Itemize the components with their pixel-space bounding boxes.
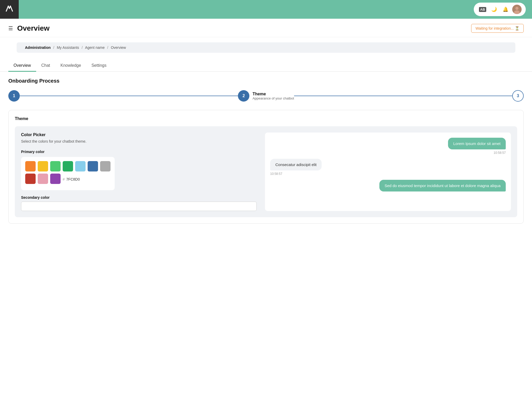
logo-icon bbox=[5, 4, 14, 15]
dark-mode-icon[interactable]: 🌙 bbox=[489, 5, 499, 14]
page-title: Overview bbox=[17, 24, 50, 32]
tab-settings[interactable]: Settings bbox=[86, 60, 112, 72]
waiting-badge-text: Waiting for integration... ⏳ bbox=[476, 26, 519, 30]
color-picker-left: Color Picker Select the colors for your … bbox=[21, 133, 257, 211]
secondary-color-input[interactable] bbox=[21, 202, 257, 211]
step-3-circle[interactable]: 3 bbox=[512, 90, 524, 102]
breadcrumb-my-assistants[interactable]: My Assistants bbox=[57, 45, 79, 50]
breadcrumb: Administration / My Assistants / Agent n… bbox=[17, 42, 515, 53]
tabs-row: Overview Chat Knowledge Settings bbox=[0, 60, 532, 72]
secondary-color-label: Secondary color bbox=[21, 195, 257, 200]
top-navigation: AB 🌙 🔔 bbox=[0, 0, 532, 19]
swatch-red[interactable] bbox=[25, 174, 36, 184]
tab-overview[interactable]: Overview bbox=[8, 60, 36, 72]
swatch-row-2: # bbox=[25, 174, 111, 184]
translate-icon[interactable]: AB bbox=[478, 5, 487, 14]
swatch-pink[interactable] bbox=[38, 174, 48, 184]
breadcrumb-sep-2: / bbox=[82, 45, 83, 50]
swatch-blue[interactable] bbox=[88, 161, 98, 171]
step-2-group: 2 Theme Appearance of your chatbot bbox=[238, 90, 294, 102]
swatch-light-green[interactable] bbox=[50, 161, 61, 171]
step-line-2 bbox=[294, 96, 512, 96]
color-picker-section: Color Picker Select the colors for your … bbox=[15, 126, 517, 217]
swatch-purple[interactable] bbox=[50, 174, 61, 184]
hex-input-row: # bbox=[63, 175, 87, 184]
color-picker-desc: Select the colors for your chatbot theme… bbox=[21, 139, 257, 143]
content-area: Onboarding Process 1 2 Theme Appearance … bbox=[0, 72, 532, 230]
swatch-light-blue[interactable] bbox=[75, 161, 86, 171]
main-wrapper: ☰ Overview Waiting for integration... ⏳ … bbox=[0, 19, 532, 397]
step-2-label: Theme bbox=[252, 92, 294, 96]
stepper: 1 2 Theme Appearance of your chatbot 3 bbox=[8, 90, 524, 102]
onboarding-title: Onboarding Process bbox=[8, 78, 524, 84]
hex-input[interactable] bbox=[66, 177, 87, 181]
primary-color-label: Primary color bbox=[21, 150, 257, 154]
breadcrumb-agent-name[interactable]: Agent name bbox=[85, 45, 105, 50]
swatch-yellow[interactable] bbox=[38, 161, 48, 171]
step-3-number: 3 bbox=[517, 94, 519, 98]
breadcrumb-sep-3: / bbox=[107, 45, 108, 50]
tab-knowledge[interactable]: Knowledge bbox=[55, 60, 86, 72]
tab-chat[interactable]: Chat bbox=[36, 60, 55, 72]
waiting-badge[interactable]: Waiting for integration... ⏳ bbox=[471, 24, 524, 33]
step-1-circle[interactable]: 1 bbox=[8, 90, 20, 102]
color-picker-title: Color Picker bbox=[21, 133, 257, 137]
step-2-info: Theme Appearance of your chatbot bbox=[252, 92, 294, 100]
breadcrumb-wrapper: Administration / My Assistants / Agent n… bbox=[0, 37, 532, 56]
swatch-row-1 bbox=[25, 161, 111, 171]
avatar[interactable] bbox=[512, 5, 522, 14]
hamburger-icon[interactable]: ☰ bbox=[8, 25, 13, 31]
step-line-1 bbox=[20, 96, 238, 96]
chat-bubble-right-1: Lorem Ipsum dolor sit amet bbox=[448, 138, 506, 149]
chat-preview: Lorem Ipsum dolor sit amet 10:58:57 Cons… bbox=[265, 133, 511, 211]
chat-time-left-1: 10:58:57 bbox=[270, 172, 282, 176]
breadcrumb-admin[interactable]: Administration bbox=[25, 45, 51, 50]
chat-bubble-left-1: Consecatur adiscipit elit bbox=[270, 159, 322, 170]
step-2-circle[interactable]: 2 bbox=[238, 90, 249, 102]
color-swatches-container: # bbox=[21, 157, 115, 190]
logo-box[interactable] bbox=[0, 0, 19, 19]
step-1-number: 1 bbox=[13, 94, 15, 98]
theme-card: Theme Color Picker Select the colors for… bbox=[8, 110, 524, 224]
swatch-gray[interactable] bbox=[100, 161, 111, 171]
hash-symbol: # bbox=[63, 177, 65, 181]
theme-card-title: Theme bbox=[15, 116, 517, 121]
swatch-green[interactable] bbox=[63, 161, 73, 171]
notifications-icon[interactable]: 🔔 bbox=[501, 5, 510, 14]
nav-right-actions: AB 🌙 🔔 bbox=[474, 3, 526, 16]
nav-left bbox=[0, 0, 19, 19]
svg-point-1 bbox=[515, 7, 518, 10]
step-2-number: 2 bbox=[243, 94, 245, 98]
breadcrumb-overview[interactable]: Overview bbox=[111, 45, 126, 50]
step-2-desc: Appearance of your chatbot bbox=[252, 96, 294, 100]
breadcrumb-sep-1: / bbox=[53, 45, 54, 50]
header-left: ☰ Overview bbox=[8, 24, 50, 32]
chat-time-right-1: 10:58:57 bbox=[494, 151, 506, 155]
header-row: ☰ Overview Waiting for integration... ⏳ bbox=[0, 19, 532, 37]
swatch-orange[interactable] bbox=[25, 161, 36, 171]
chat-bubble-right-2: Sed do eiusmod tempor incididunt ut labo… bbox=[379, 180, 506, 191]
